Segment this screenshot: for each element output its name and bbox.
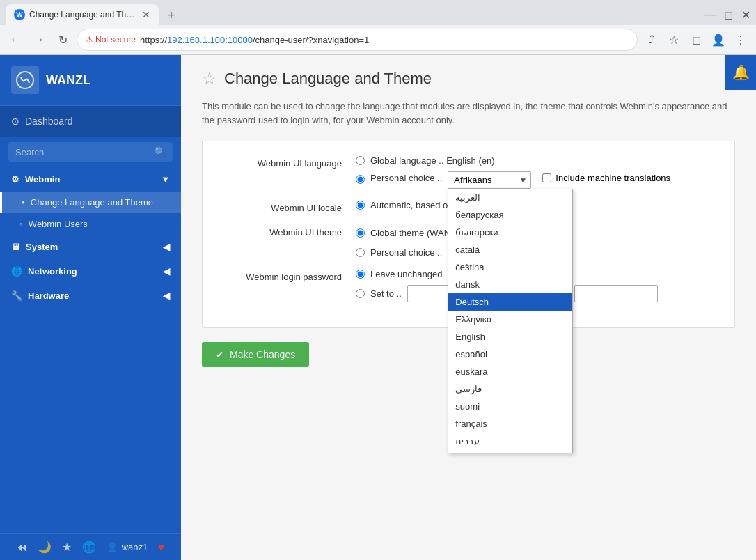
app-container: WANZL ⊙ Dashboard 🔍 ⚙ Webmin ▼ ● Change … [0, 55, 756, 560]
browser-tabs: W Change Language and Theme — ✕ + [6, 4, 704, 25]
dropdown-item[interactable]: euskara [448, 363, 572, 380]
active-dot-icon: ● [22, 199, 25, 205]
tab-close-button[interactable]: ✕ [142, 9, 150, 20]
hardware-section-icon: 🔧 [11, 290, 22, 301]
global-language-radio[interactable] [356, 156, 365, 165]
url-path: /change-user/?xnavigation=1 [253, 35, 369, 45]
form-controls-language: Global language .. English (en) Personal… [356, 155, 670, 189]
globe-icon[interactable]: 🌐 [82, 540, 96, 554]
bookmark-button[interactable]: ☆ [664, 30, 684, 49]
dropdown-item[interactable]: Ελληνικά [448, 311, 572, 328]
webmin-section-label: Webmin [25, 174, 60, 185]
search-icon: 🔍 [154, 146, 166, 157]
dropdown-item[interactable]: العربية [448, 189, 572, 206]
sidebar-hardware-header[interactable]: 🔧 Hardware ◀ [0, 283, 181, 308]
sidebar-item-change-language[interactable]: ● Change Language and Theme [0, 192, 181, 213]
sidebar-section-system: 🖥 System ◀ [0, 235, 181, 259]
auto-locale-radio[interactable] [356, 201, 365, 210]
dropdown-item[interactable]: فارسی [448, 380, 572, 398]
global-theme-radio[interactable] [356, 228, 365, 238]
address-bar[interactable]: ⚠ Not secure https://192.168.1.100:10000… [77, 29, 638, 51]
sidebar-item-webmin-users[interactable]: ○ Webmin Users [0, 213, 181, 235]
sidebar-header: WANZL [0, 55, 181, 106]
back-button[interactable]: ← [6, 30, 25, 49]
dropdown-item[interactable]: suomi [448, 398, 572, 415]
dropdown-item[interactable]: עברית [448, 433, 572, 450]
system-expand-icon: ◀ [163, 242, 170, 252]
language-dropdown[interactable]: العربيةбеларускаябългарскиcatalàčeštinad… [448, 189, 573, 453]
user-area[interactable]: 👤 wanz1 [107, 542, 148, 552]
menu-button[interactable]: ⋮ [731, 30, 750, 49]
user-icon: 👤 [107, 542, 118, 552]
global-theme-label: Global theme (WAN [370, 228, 450, 238]
dropdown-item[interactable]: dansk [448, 276, 572, 293]
logout-icon[interactable]: ♥ [158, 541, 165, 554]
dark-mode-icon[interactable]: 🌙 [38, 540, 52, 554]
page-title-star-icon: ☆ [202, 69, 217, 88]
language-select[interactable]: Afrikaans [448, 171, 531, 189]
dropdown-item[interactable]: hrvatski [448, 450, 572, 453]
reload-button[interactable]: ↻ [53, 30, 72, 49]
machine-translations-checkbox[interactable] [542, 173, 551, 182]
language-select-container: Afrikaans ▼ العربيةбеларускаябългарскиca… [448, 171, 531, 189]
leave-unchanged-label: Leave unchanged [370, 269, 442, 279]
confirm-password-input[interactable] [574, 285, 658, 302]
personal-choice-label: Personal choice .. [370, 173, 442, 183]
sidebar-dashboard-button[interactable]: ⊙ Dashboard [0, 106, 181, 137]
make-changes-button[interactable]: ✔ Make Changes [202, 342, 309, 367]
browser-tab-active[interactable]: W Change Language and Theme — ✕ [6, 4, 159, 25]
dropdown-item[interactable]: беларуская [448, 206, 572, 224]
browser-chrome: W Change Language and Theme — ✕ + — ◻ ✕ … [0, 0, 756, 55]
dropdown-item[interactable]: Deutsch [448, 293, 572, 311]
restore-button[interactable]: ◻ [724, 8, 733, 22]
sidebar-item-webmin-users-label: Webmin Users [29, 219, 88, 229]
username-label: wanz1 [122, 542, 148, 552]
dropdown-item[interactable]: français [448, 415, 572, 433]
sidebar-search[interactable]: 🔍 [8, 142, 173, 162]
search-input[interactable] [15, 147, 154, 157]
dropdown-item[interactable]: čeština [448, 258, 572, 276]
sidebar-system-header[interactable]: 🖥 System ◀ [0, 235, 181, 259]
personal-choice-radio[interactable] [356, 175, 365, 184]
form-label-language: Webmin UI language [216, 155, 342, 169]
sidebar-section-hardware: 🔧 Hardware ◀ [0, 283, 181, 308]
new-tab-button[interactable]: + [162, 6, 181, 25]
form-label-password: Webmin login password [216, 269, 342, 282]
notification-bell-button[interactable]: 🔔 [725, 55, 756, 90]
machine-translations-label: Include machine translations [556, 173, 670, 183]
account-button[interactable]: 👤 [709, 30, 728, 49]
checkbox-row-translations: Include machine translations [542, 173, 670, 183]
page-title: Change Language and Theme [224, 70, 432, 88]
dashboard-icon: ⊙ [11, 116, 19, 127]
profiles-button[interactable]: ◻ [686, 30, 706, 49]
favorites-icon[interactable]: ★ [62, 540, 72, 554]
sidebar-networking-header[interactable]: 🌐 Networking ◀ [0, 259, 181, 283]
url-host: 192.168.1.100:10000 [167, 35, 253, 45]
global-language-label: Global language .. English (en) [370, 155, 495, 166]
minimize-button[interactable]: — [704, 8, 716, 21]
share-button[interactable]: ⤴ [642, 30, 661, 49]
leave-unchanged-radio[interactable] [356, 270, 365, 279]
set-to-radio[interactable] [356, 289, 365, 298]
close-button[interactable]: ✕ [741, 8, 750, 22]
wanzl-logo-icon [15, 70, 35, 90]
webmin-expand-icon: ▼ [161, 174, 170, 185]
dropdown-item[interactable]: español [448, 345, 572, 363]
webmin-section-icon: ⚙ [11, 174, 19, 185]
form-row-language: Webmin UI language Global language .. En… [216, 155, 720, 189]
dropdown-item[interactable]: català [448, 241, 572, 258]
dashboard-label: Dashboard [25, 116, 73, 127]
personal-theme-radio[interactable] [356, 248, 365, 257]
window-controls: — ◻ ✕ [704, 8, 750, 22]
networking-section-label: Networking [28, 266, 77, 277]
first-page-icon[interactable]: ⏮ [16, 541, 27, 554]
brand-name: WANZL [46, 73, 90, 88]
make-changes-label: Make Changes [230, 349, 295, 360]
sidebar-bottom: ⏮ 🌙 ★ 🌐 👤 wanz1 ♥ [0, 533, 181, 560]
form-label-locale: Webmin UI locale [216, 200, 342, 213]
dropdown-item[interactable]: български [448, 224, 572, 241]
forward-button[interactable]: → [29, 30, 49, 49]
page-description: This module can be used to change the la… [202, 100, 735, 127]
sidebar-webmin-header[interactable]: ⚙ Webmin ▼ [0, 167, 181, 192]
dropdown-item[interactable]: English [448, 328, 572, 345]
